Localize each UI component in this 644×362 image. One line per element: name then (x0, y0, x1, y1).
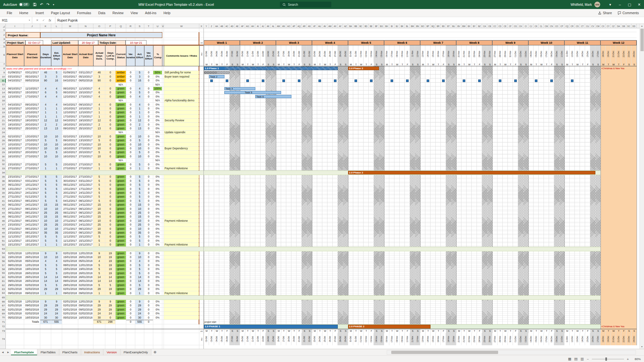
cell[interactable] (93, 159, 105, 162)
cell[interactable]: 0 (144, 71, 153, 74)
row-header-2[interactable]: 2 (0, 32, 6, 38)
cell[interactable]: 90 (40, 79, 51, 82)
row-header-33[interactable]: 33 (0, 167, 6, 171)
cell[interactable]: 15/01/2018 (6, 267, 24, 271)
row-header-48[interactable]: 48 (0, 227, 6, 231)
cell[interactable]: 10 (51, 227, 62, 230)
cell[interactable]: 24 (51, 312, 62, 315)
cell[interactable]: 08/12/2017 (78, 211, 93, 215)
col-header[interactable]: AC (224, 24, 230, 28)
row-header-64[interactable]: 64 (0, 291, 6, 295)
cell[interactable]: 0 (144, 312, 153, 315)
cell[interactable]: 15/12/2017 (24, 239, 40, 242)
cell[interactable]: 1 (51, 291, 62, 295)
cell[interactable]: 06/10/2017 (62, 91, 78, 94)
cell[interactable] (135, 83, 144, 86)
cell[interactable]: 14 (105, 279, 115, 283)
cell[interactable]: 4 (40, 259, 51, 263)
cell[interactable]: 10 (135, 154, 144, 158)
cell[interactable]: 5 (135, 239, 144, 242)
cell[interactable]: 09/02/2018 (24, 291, 40, 295)
cell[interactable]: 0 (144, 115, 153, 118)
col-header[interactable]: AL (271, 24, 276, 28)
cell[interactable]: 0 (126, 283, 135, 287)
column-headers[interactable]: IJKLMNOPQRSTUVWXYZAAABACADAEAFAGAHAIAJAK… (0, 24, 644, 28)
cell[interactable]: 11/12/2017 (62, 239, 78, 242)
cell[interactable]: 23/10/2017 (62, 223, 78, 227)
cell[interactable]: 04/12/2017 (6, 199, 24, 202)
cell[interactable]: 5 (93, 199, 105, 202)
cell[interactable]: 0 (144, 147, 153, 150)
cell[interactable]: 15 (93, 203, 105, 207)
cell[interactable]: 10 (40, 147, 51, 150)
cell[interactable] (164, 235, 199, 238)
cell[interactable]: 03/10/2017 (6, 75, 24, 78)
cell[interactable]: 20/11/2017 (62, 191, 78, 195)
cell[interactable]: 09/01/2018 (62, 275, 78, 279)
cell[interactable]: 16/03/2018 (24, 316, 40, 319)
cell[interactable]: 0% (153, 231, 162, 235)
cell[interactable]: 0% (153, 223, 162, 227)
table-header[interactable]: Days Left to Comp. (105, 45, 116, 66)
cell[interactable] (164, 175, 199, 179)
cell[interactable] (51, 159, 62, 162)
cell[interactable]: 03/10/2017 (62, 75, 78, 78)
cell[interactable]: 25 (40, 223, 51, 227)
cell[interactable]: 1 (40, 291, 51, 295)
cell[interactable] (164, 135, 199, 138)
col-header[interactable]: CG (513, 24, 518, 28)
cell[interactable]: 0 (105, 135, 115, 138)
cell[interactable]: 0% (153, 312, 162, 315)
col-header[interactable]: CZ (611, 24, 616, 28)
cell[interactable]: 0 (126, 75, 135, 78)
cell[interactable]: 29 (135, 287, 144, 291)
cell[interactable]: green (116, 95, 126, 98)
cell[interactable]: 12 (135, 119, 144, 122)
col-header[interactable]: BP (425, 24, 431, 28)
cell[interactable]: 20/11/2017 (6, 191, 24, 195)
cell[interactable]: 16/10/2017 (6, 154, 24, 158)
ribbon-tab-help[interactable]: Help (160, 9, 174, 17)
cell[interactable] (164, 143, 199, 146)
cell[interactable]: N/A (153, 99, 162, 102)
cell[interactable]: Update Appendix (164, 131, 199, 134)
row-header-3[interactable]: 3 (0, 38, 6, 40)
cell[interactable]: 16 (135, 79, 144, 82)
row-header-73[interactable]: 73 (0, 329, 6, 333)
col-header[interactable]: CY (606, 24, 611, 28)
cell[interactable] (40, 159, 51, 162)
row-header-39[interactable]: 39 (0, 191, 6, 195)
cell[interactable]: Buyer team required (164, 75, 199, 78)
cell[interactable]: green (116, 195, 126, 199)
cell[interactable]: 5 (93, 239, 105, 242)
cell[interactable]: 0 (105, 79, 115, 82)
cell[interactable]: 12/01/2018 (24, 300, 40, 303)
cell[interactable]: 0 (126, 195, 135, 199)
cell[interactable]: 0% (153, 115, 162, 118)
cell[interactable]: 4 (135, 103, 144, 106)
cell[interactable]: 03/11/2017 (78, 179, 93, 182)
share-button[interactable]: Share (598, 11, 612, 15)
cell[interactable]: 0% (153, 162, 162, 166)
cell[interactable] (164, 203, 199, 207)
week-header[interactable]: Week 2 (240, 40, 276, 45)
cell[interactable]: 0 (126, 300, 135, 303)
cell[interactable]: 5 (51, 175, 62, 179)
cell[interactable]: green (116, 312, 126, 315)
cell[interactable]: 4 (51, 95, 62, 98)
cell[interactable]: 1 (135, 291, 144, 295)
col-header[interactable]: BV (456, 24, 461, 28)
cell[interactable]: 5 (93, 267, 105, 271)
col-header[interactable]: DC (626, 24, 631, 28)
scroll-up-icon[interactable]: ▲ (641, 24, 643, 28)
cell[interactable] (164, 279, 199, 283)
col-header[interactable]: CM (544, 24, 549, 28)
cell[interactable]: 2 (93, 123, 105, 126)
cell[interactable]: 0 (105, 215, 115, 218)
cell[interactable]: 0% (153, 207, 162, 210)
cell[interactable]: green (116, 304, 126, 307)
cell[interactable]: 26/01/2018 (78, 275, 93, 279)
cell[interactable]: 5 (93, 195, 105, 199)
ribbon-tab-home[interactable]: Home (16, 9, 32, 17)
row-header-10[interactable]: 10 (0, 75, 6, 79)
